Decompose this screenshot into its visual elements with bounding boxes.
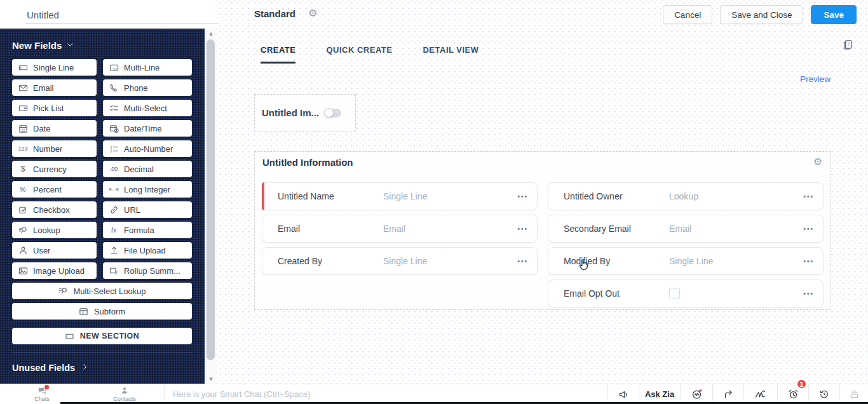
field-card-untitled-name[interactable]: Untitled Name Single Line ••• [262,182,538,210]
field-more-button[interactable]: ••• [803,196,814,197]
field-type-date-time[interactable]: Date/Time [103,120,192,137]
reminders-button[interactable]: 1 [777,384,808,404]
new-section-button[interactable]: NEW SECTION [12,328,192,344]
field-type-email[interactable]: Email [12,79,97,96]
fields-column-left: Untitled Name Single Line ••• Email Emai… [262,182,538,275]
auto-number-icon: 12 [109,144,119,154]
zia-insights-button[interactable] [680,384,712,404]
notes-button[interactable] [839,384,868,404]
svg-text:2: 2 [110,149,112,153]
reminder-badge: 1 [796,379,807,389]
zoho-layout-editor: Standard ⚙ Cancel Save and Close Save Ne… [0,0,868,404]
svg-text:1: 1 [110,145,112,149]
scroll-down-arrow[interactable]: ▼ [205,377,217,382]
url-icon [109,205,119,215]
field-type-image-upload[interactable]: Image Upload [12,262,97,279]
new-fields-sidebar: New Fields Single Line Multi-Line Email … [0,29,205,384]
rollup-summary-icon: Σ [109,266,119,276]
chevron-right-icon [81,363,89,373]
smart-chat-input[interactable]: Here is your Smart Chat (Ctrl+Space) [173,384,310,404]
tab-create[interactable]: CREATE [261,45,295,64]
field-type-decimal[interactable]: .00Decimal [103,161,192,177]
layout-settings-gear-icon[interactable]: ⚙ [308,8,317,19]
ask-zia-button[interactable]: Ask Zia [639,384,680,404]
information-section[interactable]: Untitled Information ⚙ Untitled Name Sin… [254,151,831,310]
field-more-button[interactable]: ••• [517,196,528,197]
chats-button[interactable]: Chats [23,384,61,404]
field-type-phone[interactable]: Phone [103,79,192,96]
save-and-close-button[interactable]: Save and Close [720,5,803,24]
field-card-created-by[interactable]: Created By Single Line ••• [262,247,538,275]
field-card-untitled-owner[interactable]: Untitled Owner Lookup ••• [548,182,824,210]
recent-items-button[interactable] [808,384,839,404]
pick-list-icon [18,104,28,113]
field-type-user[interactable]: User [12,242,97,259]
save-button[interactable]: Save [811,5,857,24]
layout-name-input[interactable] [25,6,219,24]
field-type-formula[interactable]: fxFormula [103,222,192,238]
top-bar: Standard ⚙ Cancel Save and Close Save [0,0,868,29]
layout-canvas: CREATE QUICK CREATE DETAIL VIEW ? Previe… [216,29,868,384]
scrollbar-thumb[interactable] [207,39,215,360]
field-type-lookup[interactable]: Lookup [12,222,97,238]
image-upload-icon [18,266,28,276]
help-icon[interactable]: ? [843,39,853,53]
field-card-email[interactable]: Email Email ••• [262,215,538,243]
long-integer-icon: 9...9 [109,187,119,192]
image-section-toggle[interactable] [325,109,341,118]
field-type-subform[interactable]: Subform [12,303,192,320]
field-type-single-line[interactable]: Single Line [12,59,97,76]
field-type-currency[interactable]: $Currency [12,161,97,177]
percent-icon: % [18,185,28,193]
field-more-button[interactable]: ••• [517,260,528,262]
bottombar-tools: Ask Zia 1 [607,384,868,404]
svg-text:10: 10 [21,128,25,131]
forecast-button[interactable] [712,384,743,404]
field-more-button[interactable]: ••• [803,260,814,262]
field-card-email-opt-out[interactable]: Email Opt Out ••• [548,279,824,307]
scroll-up-arrow[interactable]: ▲ [205,31,217,36]
file-upload-icon [109,246,119,255]
contacts-button[interactable]: Contacts [105,384,144,404]
field-type-auto-number[interactable]: 12Auto-Number [103,140,192,157]
section-settings-gear-icon[interactable]: ⚙ [813,156,822,168]
email-icon [18,83,28,93]
field-card-secondary-email[interactable]: Secondary Email Email ••• [548,215,824,243]
tab-quick-create[interactable]: QUICK CREATE [326,45,392,64]
field-type-multi-select-lookup[interactable]: Multi-Select Lookup [12,283,192,299]
toggle-knob [324,108,334,118]
field-type-multi-select[interactable]: Multi-Select [103,100,192,116]
sidebar-scrollbar[interactable]: ▲ ▼ [205,29,217,384]
field-type-percent[interactable]: %Percent [12,181,97,198]
zia-sketch-button[interactable] [743,384,777,404]
new-section-icon [65,332,75,341]
layout-type-label: Standard [254,8,295,19]
field-more-button[interactable]: ••• [803,228,814,229]
preview-link[interactable]: Preview [800,74,831,84]
field-type-checkbox[interactable]: Checkbox [12,201,97,218]
field-type-url[interactable]: URL [103,201,192,218]
field-type-date[interactable]: 10Date [12,120,97,137]
checkbox-icon [18,205,28,215]
new-fields-header[interactable]: New Fields [12,40,193,51]
field-type-file-upload[interactable]: File Upload [103,242,192,259]
unused-fields-label: Unused Fields [12,363,75,373]
field-more-button[interactable]: ••• [803,293,814,294]
field-type-rollup-summary[interactable]: ΣRollup Summ... [103,262,192,279]
field-type-multi-line[interactable]: Multi-Line [103,59,192,76]
formula-icon: fx [109,227,119,234]
zia-sketch-icon [755,389,766,400]
email-opt-out-checkbox[interactable] [669,288,680,299]
field-more-button[interactable]: ••• [517,228,528,229]
field-type-long-integer[interactable]: 9...9Long Integer [103,181,192,198]
decimal-icon: .00 [109,166,119,172]
announcements-button[interactable] [607,384,639,404]
cancel-button[interactable]: Cancel [663,5,712,24]
image-section[interactable]: Untitled Im... [254,94,356,131]
field-type-pick-list[interactable]: Pick List [12,100,97,116]
currency-icon: $ [18,165,28,173]
required-indicator [262,182,264,210]
tab-detail-view[interactable]: DETAIL VIEW [423,45,478,64]
field-type-number[interactable]: 123Number [12,140,97,157]
unused-fields-link[interactable]: Unused Fields [12,363,193,373]
